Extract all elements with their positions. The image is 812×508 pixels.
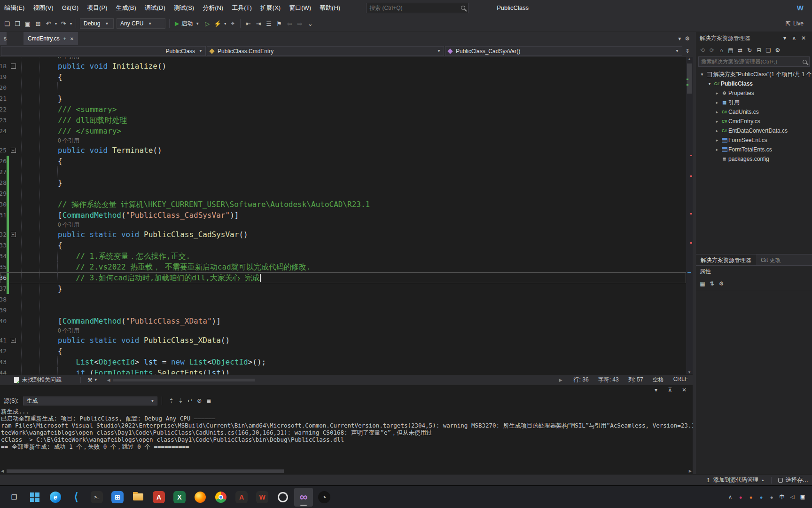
close-icon[interactable]: ✕ [799, 35, 808, 41]
code-line[interactable]: 20 [0, 82, 686, 93]
property-pages-icon[interactable]: ⚙ [717, 280, 726, 287]
tree-expand-arrow[interactable]: ▾ [699, 72, 705, 77]
fold-collapse-box[interactable]: − [11, 232, 16, 237]
fold-collapse-box[interactable]: − [11, 64, 16, 69]
code-line[interactable]: 34 // 1.系统变量．怎么操作,正交. [0, 251, 686, 262]
code-line[interactable]: 38 [0, 294, 686, 305]
visual-studio-icon[interactable]: ∞ [294, 488, 313, 507]
code-line[interactable]: 19 { [0, 71, 686, 82]
live-share-button[interactable]: ⇱ Live [783, 20, 810, 27]
save-all-icon[interactable]: ⊞ [33, 20, 43, 27]
code-cleanup-icon[interactable]: ⚒ [87, 377, 93, 383]
sync-icon[interactable]: ⇄ [735, 47, 745, 54]
solution-configuration-select[interactable]: Debug▼ [80, 18, 114, 29]
code-line[interactable]: 31 [CommandMethod("PublicClass_CadSysVar… [0, 210, 686, 221]
member-dropdown[interactable]: PublicClass_CadSysVar() ▼ [445, 46, 682, 56]
code-line[interactable]: 44 if (FormTotalEnts.SelectEnts(lst)) [0, 367, 686, 374]
obs-icon[interactable]: ◔ [315, 488, 334, 507]
navigate-back-icon[interactable]: ⇦ [284, 20, 295, 27]
volume-icon[interactable]: ◁ [788, 494, 797, 500]
ime-indicator[interactable]: 中 [777, 493, 787, 500]
alphabetical-icon[interactable]: ⇅ [707, 280, 717, 287]
code-line[interactable]: 39 [0, 305, 686, 316]
user-avatar[interactable]: W [797, 4, 804, 12]
quick-search[interactable] [366, 3, 468, 13]
code-line[interactable]: 30 // 操作系统变量 计算机\HKEY_CURRENT_USER\Softw… [0, 199, 686, 210]
fold-collapse-box[interactable]: − [11, 338, 16, 343]
fold-collapse-box[interactable]: − [11, 148, 16, 153]
menu-item-6[interactable]: 测试(S) [170, 0, 198, 16]
collapse-all-icon[interactable]: ⊟ [754, 47, 764, 54]
document-list-icon[interactable]: ▾ [678, 35, 681, 42]
tab-solution-explorer[interactable]: 解决方案资源管理器 [696, 254, 756, 265]
code-line[interactable]: 24 /// </summary> [0, 126, 686, 136]
scrollbar-thumb[interactable] [7, 469, 284, 473]
tree-item[interactable]: ▸FormSeeEnt.cs [696, 135, 812, 145]
forward-icon[interactable]: ⟳ [707, 47, 717, 54]
output-horizontal-scrollbar[interactable]: ◀ ▶ [0, 468, 693, 474]
tree-expand-arrow[interactable]: ▸ [714, 91, 720, 95]
terminal-icon[interactable]: >_ [87, 488, 106, 507]
tree-item[interactable]: ▸FormTotalEnts.cs [696, 145, 812, 154]
output-source-select[interactable]: 生成 ▼ [23, 397, 157, 405]
bookmark-icon[interactable]: ⚑ [274, 20, 284, 27]
hot-reload-icon-caret[interactable]: ▾ [223, 22, 227, 26]
chrome-icon[interactable] [211, 488, 230, 507]
start-debugging-button[interactable]: ▶ 启动 ▼ [175, 20, 199, 28]
menu-item-9[interactable]: 扩展(X) [256, 0, 285, 16]
menu-item-7[interactable]: 分析(N) [198, 0, 227, 16]
properties-icon[interactable]: ⚙ [773, 47, 782, 54]
type-dropdown[interactable]: PublicClass.CmdEntry ▼ [207, 46, 444, 56]
tray-app2-icon[interactable]: ● [746, 494, 756, 500]
clear-all-icon[interactable]: ⊘ [195, 397, 204, 404]
code-line[interactable]: 28 } [0, 177, 686, 188]
tree-item[interactable]: ▸C#EntDataConvertData.cs [696, 126, 812, 135]
tree-item[interactable]: ▸C#CmdEntry.cs [696, 117, 812, 126]
tree-item[interactable]: ▸⚙Properties [696, 88, 812, 98]
solution-search-input[interactable] [701, 59, 803, 64]
partial-tab[interactable]: s [0, 32, 7, 45]
menu-item-2[interactable]: Git(G) [58, 0, 83, 16]
code-line[interactable]: 27 [0, 167, 686, 177]
scroll-right-icon[interactable]: ▶ [556, 378, 565, 382]
open-file-icon[interactable]: ❒ [12, 20, 23, 27]
codelens-row[interactable]: 0 个引用 [0, 326, 686, 335]
code-line[interactable]: 33 { [0, 240, 686, 251]
window-position-icon[interactable]: ▾ [780, 35, 789, 41]
attach-process-icon[interactable]: ⌖ [227, 20, 238, 27]
pin-icon[interactable]: ⊼ [789, 35, 799, 41]
categorized-icon[interactable]: ▦ [698, 280, 707, 287]
code-line[interactable]: 18− public void Initialize() [0, 61, 686, 71]
tab-cmdentry[interactable]: CmdEntry.cs + ✕ [23, 32, 78, 45]
scroll-left-icon[interactable]: ◀ [1, 468, 4, 474]
code-line[interactable]: 40 [CommandMethod("PublicClass_XData")] [0, 316, 686, 326]
switch-views-icon[interactable]: ▤ [726, 47, 735, 54]
notification-icon[interactable]: ▣ [798, 494, 807, 500]
toggle-autoscroll-icon[interactable]: ≣ [204, 397, 213, 404]
more-options-icon[interactable]: ⌄ [305, 20, 315, 27]
pin-icon[interactable]: ⊼ [665, 387, 675, 393]
codelens-row[interactable]: 0 个引用 [0, 221, 686, 229]
code-line[interactable]: 32− public static void PublicClass_CadSy… [0, 229, 686, 240]
green-app-icon[interactable]: X [170, 488, 189, 507]
code-line[interactable]: 36 // 3.如何cad启动时,加载咱们的dll,大家关心 完成 [0, 272, 686, 283]
scroll-right-icon[interactable]: ▶ [689, 468, 692, 474]
tree-item[interactable]: ≣packages.config [696, 154, 812, 164]
scroll-up-icon[interactable]: ▲ [686, 57, 693, 61]
chevron-down-icon[interactable]: ▼ [94, 378, 98, 382]
menu-item-5[interactable]: 调试(D) [141, 0, 170, 16]
code-line[interactable]: 23 /// dll卸载时处理 [0, 115, 686, 126]
code-line[interactable]: 42 { [0, 346, 686, 357]
undo-icon[interactable]: ↶ [43, 20, 54, 27]
code-health-icon[interactable] [14, 377, 19, 383]
red-a-app-icon[interactable]: A [149, 488, 168, 507]
tree-item[interactable]: ▸▤引用 [696, 98, 812, 107]
menu-item-11[interactable]: 帮助(H) [315, 0, 344, 16]
menu-item-1[interactable]: 视图(V) [29, 0, 57, 16]
start-without-debugging-icon[interactable]: ▷ [202, 20, 212, 27]
code-line[interactable]: 29 [0, 188, 686, 199]
space-indicator[interactable]: 空格 [653, 376, 664, 384]
indent-less-icon[interactable]: ⇤ [243, 20, 253, 27]
menu-item-3[interactable]: 项目(P) [83, 0, 111, 16]
editor-vertical-scrollbar[interactable]: ▲ ▼ [686, 57, 693, 374]
